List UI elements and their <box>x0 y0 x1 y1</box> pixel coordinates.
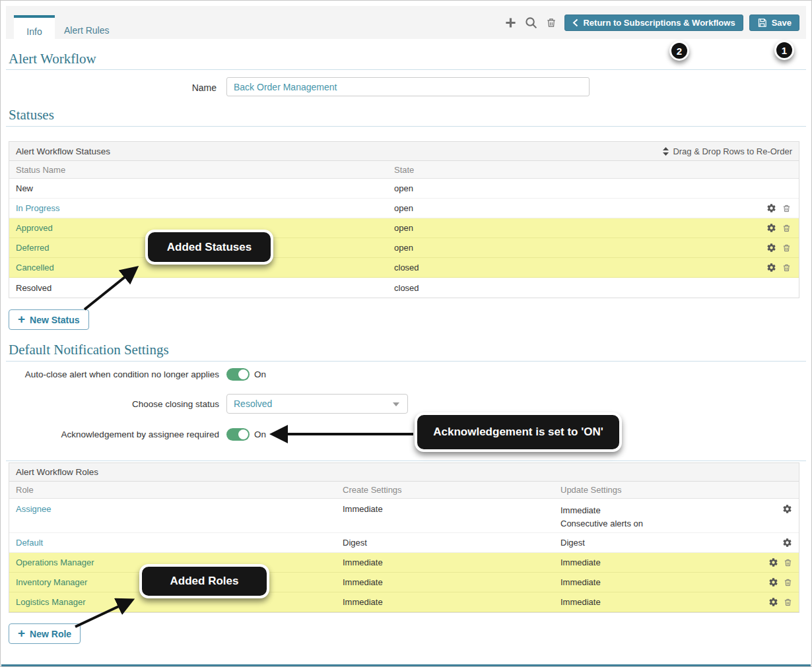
trash-icon[interactable] <box>784 558 792 567</box>
divider <box>6 361 806 362</box>
table-row: Inventory Manager Immediate Immediate <box>9 573 799 592</box>
gear-icon[interactable] <box>782 504 792 514</box>
role-create: Immediate <box>343 577 560 587</box>
toolbar: Info Alert Rules Return to Subscriptions… <box>6 6 806 39</box>
table-row: Resolved closed <box>9 278 799 298</box>
added-roles-callout: Added Roles <box>139 564 269 598</box>
role-link[interactable]: Inventory Manager <box>16 577 87 587</box>
col-state: State <box>394 165 757 175</box>
role-link[interactable]: Logistics Manager <box>16 597 86 607</box>
new-status-button-label: New Status <box>30 315 79 325</box>
role-update: Immediate Consecutive alerts on <box>560 504 761 530</box>
status-state: closed <box>394 263 757 272</box>
roles-column-headers: Role Create Settings Update Settings <box>9 482 799 499</box>
acknowledgement-label: Acknowledgement by assignee required <box>1 429 219 439</box>
status-name: Resolved <box>16 283 51 293</box>
table-row: Operations Manager Immediate Immediate <box>9 553 799 573</box>
new-role-button-label: New Role <box>30 629 71 639</box>
trash-icon[interactable] <box>544 15 558 30</box>
table-row: New open <box>9 179 799 199</box>
statuses-table-title: Alert Workflow Statuses <box>16 146 110 156</box>
divider <box>6 69 806 70</box>
gear-icon[interactable] <box>766 223 776 233</box>
table-row: Logistics Manager Immediate Immediate <box>9 592 799 612</box>
closing-status-select[interactable]: Resolved <box>226 394 408 414</box>
closing-status-label: Choose closing status <box>1 399 219 409</box>
col-update-settings: Update Settings <box>560 484 761 497</box>
table-row: In Progress open <box>9 199 799 218</box>
role-link[interactable]: Operations Manager <box>16 557 94 567</box>
plus-icon: + <box>18 626 25 641</box>
status-name: New <box>16 183 33 193</box>
alert-workflow-page: Info Alert Rules Return to Subscriptions… <box>0 0 812 667</box>
tab-alert-rules-label: Alert Rules <box>64 25 109 36</box>
closing-status-row: Choose closing status Resolved <box>1 394 408 414</box>
toggle-knob <box>238 429 248 439</box>
search-icon[interactable] <box>524 15 538 30</box>
acknowledgement-row: Acknowledgement by assignee required On <box>1 427 266 441</box>
gear-icon[interactable] <box>766 203 776 213</box>
status-state: closed <box>394 283 757 293</box>
table-row: Cancelled closed <box>9 258 799 278</box>
status-link[interactable]: Deferred <box>16 243 50 253</box>
autoclose-toggle[interactable] <box>226 368 250 381</box>
trash-icon[interactable] <box>782 204 791 213</box>
divider <box>6 461 806 461</box>
status-link[interactable]: In Progress <box>16 203 59 213</box>
gear-icon[interactable] <box>768 577 778 587</box>
save-button[interactable]: Save <box>749 15 799 31</box>
page-title: Alert Workflow <box>9 51 96 67</box>
table-row: Default Digest Digest <box>9 533 799 553</box>
col-status-name: Status Name <box>9 165 394 175</box>
gear-icon[interactable] <box>768 557 778 567</box>
toggle-knob <box>238 369 248 379</box>
trash-icon[interactable] <box>782 263 791 272</box>
role-link[interactable]: Default <box>16 538 43 548</box>
autoclose-label: Auto-close alert when condition no longe… <box>1 369 219 379</box>
notification-settings-heading: Default Notification Settings <box>9 342 169 358</box>
step-badge-1-label: 1 <box>782 45 787 56</box>
acknowledgement-toggle[interactable] <box>226 428 250 441</box>
role-link[interactable]: Assignee <box>16 504 51 514</box>
trash-icon[interactable] <box>782 224 791 233</box>
role-update-note: Consecutive alerts on <box>560 517 761 530</box>
trash-icon[interactable] <box>782 243 791 253</box>
status-link[interactable]: Cancelled <box>16 263 54 272</box>
name-label: Name <box>152 82 217 93</box>
step-badge-2: 2 <box>669 41 689 61</box>
plus-icon[interactable] <box>503 15 518 30</box>
role-update: Immediate <box>560 596 761 609</box>
table-row: Approved open <box>9 218 799 238</box>
gear-icon[interactable] <box>768 597 778 607</box>
trash-icon[interactable] <box>784 598 792 607</box>
step-badge-2-label: 2 <box>677 46 682 57</box>
acknowledgement-callout: Acknowledgement is set to 'ON' <box>415 412 622 452</box>
autoclose-row: Auto-close alert when condition no longe… <box>1 367 266 381</box>
name-field[interactable] <box>226 77 590 96</box>
save-button-label: Save <box>772 18 792 28</box>
new-role-button[interactable]: + New Role <box>9 623 81 644</box>
new-status-button[interactable]: + New Status <box>9 309 89 330</box>
status-state: open <box>394 203 757 213</box>
closing-status-value: Resolved <box>234 398 272 409</box>
sort-icon <box>662 147 669 156</box>
tab-alert-rules[interactable]: Alert Rules <box>64 15 109 45</box>
gear-icon[interactable] <box>766 263 776 272</box>
status-state: open <box>394 183 757 193</box>
added-statuses-callout: Added Statuses <box>145 230 273 265</box>
role-create: Immediate <box>343 504 560 514</box>
role-create: Digest <box>343 538 560 548</box>
trash-icon[interactable] <box>784 578 792 587</box>
plus-icon: + <box>18 312 25 327</box>
status-state: open <box>394 223 757 233</box>
status-link[interactable]: Approved <box>16 223 53 233</box>
bottom-divider <box>1 664 811 666</box>
tab-info[interactable]: Info <box>14 15 55 45</box>
gear-icon[interactable] <box>782 538 792 548</box>
gear-icon[interactable] <box>766 243 776 253</box>
role-update: Digest <box>560 536 761 550</box>
role-create: Immediate <box>343 597 560 607</box>
return-button-label: Return to Subscriptions & Workflows <box>583 18 735 28</box>
chevron-down-icon <box>393 402 399 406</box>
return-button[interactable]: Return to Subscriptions & Workflows <box>564 15 743 31</box>
